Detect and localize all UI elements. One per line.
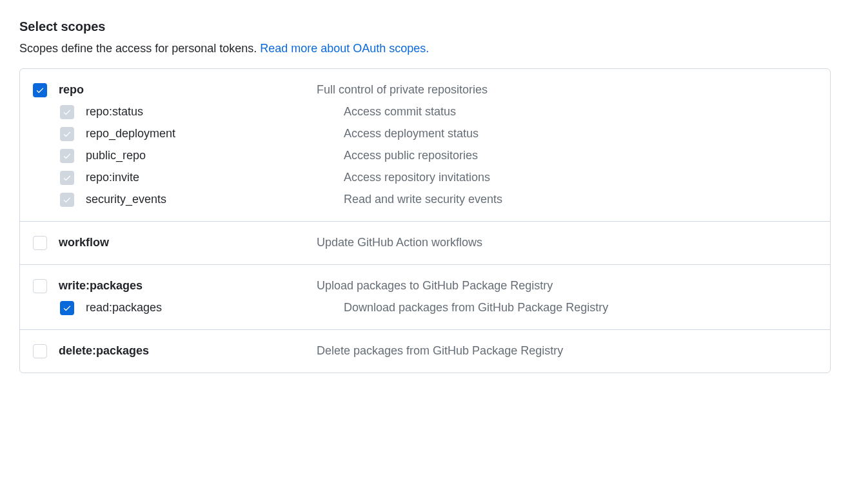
check-icon: [63, 173, 72, 182]
check-icon: [35, 86, 44, 95]
scope-description-write-packages: Upload packages to GitHub Package Regist…: [317, 279, 817, 293]
scope-row-public-repo: public_repo Access public repositories: [33, 145, 817, 167]
scope-description-public-repo: Access public repositories: [344, 149, 817, 162]
scope-description-security-events: Read and write security events: [344, 193, 817, 206]
checkbox-public-repo: [60, 149, 74, 163]
scope-label-read-packages[interactable]: read:packages: [86, 301, 162, 314]
scope-label-public-repo[interactable]: public_repo: [86, 149, 146, 162]
scope-row-security-events: security_events Read and write security …: [33, 189, 817, 211]
section-title: Select scopes: [19, 19, 831, 34]
scope-label-repo-invite[interactable]: repo:invite: [86, 171, 139, 184]
checkbox-repo[interactable]: [33, 83, 47, 97]
scope-description-read-packages: Download packages from GitHub Package Re…: [344, 301, 817, 315]
check-icon: [63, 108, 72, 117]
checkbox-repo-invite: [60, 171, 74, 185]
scope-group-repo: repo Full control of private repositorie…: [20, 69, 830, 222]
checkbox-workflow[interactable]: [33, 236, 47, 250]
scope-description-repo-deployment: Access deployment status: [344, 127, 817, 141]
check-icon: [63, 130, 72, 139]
checkbox-security-events: [60, 193, 74, 207]
scope-label-repo[interactable]: repo: [59, 83, 84, 96]
check-icon: [63, 195, 72, 204]
scope-group-write-packages: write:packages Upload packages to GitHub…: [20, 265, 830, 330]
scope-row-workflow: workflow Update GitHub Action workflows: [33, 232, 817, 254]
check-icon: [63, 151, 72, 160]
scope-row-repo-deployment: repo_deployment Access deployment status: [33, 123, 817, 145]
scopes-container: repo Full control of private repositorie…: [19, 68, 831, 373]
scope-row-repo: repo Full control of private repositorie…: [33, 79, 817, 101]
scope-label-repo-deployment[interactable]: repo_deployment: [86, 127, 175, 140]
scope-group-delete-packages: delete:packages Delete packages from Git…: [20, 330, 830, 373]
checkbox-delete-packages[interactable]: [33, 344, 47, 358]
description-text: Scopes define the access for personal to…: [19, 42, 260, 55]
scope-description-repo: Full control of private repositories: [317, 83, 817, 97]
scope-row-read-packages: read:packages Download packages from Git…: [33, 297, 817, 319]
scope-label-delete-packages[interactable]: delete:packages: [59, 344, 149, 357]
scope-group-workflow: workflow Update GitHub Action workflows: [20, 222, 830, 265]
scope-label-security-events[interactable]: security_events: [86, 193, 166, 206]
scope-row-repo-status: repo:status Access commit status: [33, 101, 817, 123]
oauth-scopes-link[interactable]: Read more about OAuth scopes.: [260, 42, 429, 55]
section-description: Scopes define the access for personal to…: [19, 42, 831, 55]
scope-description-delete-packages: Delete packages from GitHub Package Regi…: [317, 344, 817, 358]
checkbox-repo-status: [60, 105, 74, 119]
scope-label-repo-status[interactable]: repo:status: [86, 105, 143, 118]
checkbox-repo-deployment: [60, 127, 74, 141]
scope-row-repo-invite: repo:invite Access repository invitation…: [33, 167, 817, 189]
scope-description-workflow: Update GitHub Action workflows: [317, 236, 817, 249]
scope-row-write-packages: write:packages Upload packages to GitHub…: [33, 275, 817, 297]
checkbox-read-packages[interactable]: [60, 301, 74, 315]
checkbox-write-packages[interactable]: [33, 279, 47, 293]
scope-row-delete-packages: delete:packages Delete packages from Git…: [33, 340, 817, 362]
scope-description-repo-invite: Access repository invitations: [344, 171, 817, 184]
check-icon: [63, 304, 72, 313]
scope-label-workflow[interactable]: workflow: [59, 236, 109, 249]
scope-label-write-packages[interactable]: write:packages: [59, 279, 143, 292]
scope-description-repo-status: Access commit status: [344, 105, 817, 119]
